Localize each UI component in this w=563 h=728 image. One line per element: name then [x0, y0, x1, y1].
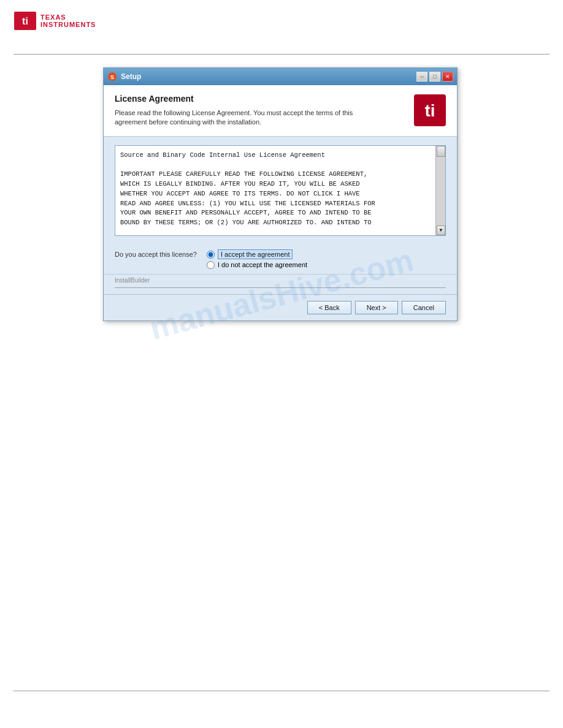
license-line-7: BOUND BY THESE TERMS; OR (2) YOU ARE AUT… [120, 218, 432, 228]
title-bar: S Setup – □ ✕ [104, 68, 457, 85]
radio-accept-item[interactable]: I accept the agreement [207, 251, 307, 259]
scrollbar-thumb[interactable] [437, 146, 445, 157]
radio-accept-label[interactable]: I accept the agreement [218, 251, 293, 258]
svg-text:ti: ti [22, 16, 28, 26]
ti-logo-line2: INSTRUMENTS [40, 21, 96, 28]
title-bar-controls: – □ ✕ [416, 72, 453, 82]
cancel-button[interactable]: Cancel [402, 301, 446, 314]
accept-label-text: I accept the agreement [218, 249, 293, 259]
installbuilder-label: InstallBuilder —————————————————————————… [104, 274, 457, 294]
license-line-3: WHICH IS LEGALLY BINDING. AFTER YOU READ… [120, 180, 432, 189]
back-button[interactable]: < Back [307, 301, 351, 314]
license-line-4: WHETHER YOU ACCEPT AND AGREE TO ITS TERM… [120, 189, 432, 199]
header-description: Please read the following License Agreem… [115, 108, 360, 127]
ti-badge-icon: ti [414, 94, 446, 126]
body-section: Source and Binary Code Internal Use Lice… [104, 137, 457, 245]
svg-text:S: S [110, 74, 114, 80]
setup-window: S Setup – □ ✕ License Agreement Please r… [103, 67, 458, 321]
maximize-button[interactable]: □ [429, 72, 440, 82]
radio-decline-label[interactable]: I do not accept the agreement [218, 261, 307, 268]
license-line-2: IMPORTANT PLEASE CAREFULLY READ THE FOLL… [120, 170, 432, 180]
license-text-box[interactable]: Source and Binary Code Internal Use Lice… [115, 145, 446, 236]
top-divider [13, 54, 550, 55]
radio-question: Do you accept this license? [115, 251, 197, 258]
ti-logo-line1: TEXAS [40, 13, 96, 21]
window-title: Setup [121, 72, 141, 81]
scrollbar-down-arrow[interactable]: ▼ [437, 226, 445, 235]
license-line-1: Source and Binary Code Internal Use Lice… [120, 151, 432, 161]
footer-section: < Back Next > Cancel [104, 294, 457, 320]
ti-logo-icon: ti [13, 11, 37, 31]
ti-logo: ti TEXAS INSTRUMENTS [13, 11, 96, 31]
page-title: License Agreement [115, 94, 360, 104]
next-button[interactable]: Next > [355, 301, 398, 314]
radio-decline-item[interactable]: I do not accept the agreement [207, 261, 307, 269]
svg-text:ti: ti [424, 101, 435, 120]
ti-logo-text: TEXAS INSTRUMENTS [40, 13, 96, 28]
radio-decline[interactable] [207, 261, 215, 269]
close-button[interactable]: ✕ [442, 72, 453, 82]
license-line-5: READ AND AGREE UNLESS: (1) YOU WILL USE … [120, 199, 432, 209]
minimize-button[interactable]: – [416, 72, 427, 82]
license-line-blank [120, 161, 432, 170]
radio-section: Do you accept this license? I accept the… [104, 245, 457, 274]
radio-accept[interactable] [207, 251, 215, 259]
title-bar-left: S Setup [107, 72, 141, 82]
bottom-divider [13, 691, 550, 691]
installbuilder-text: InstallBuilder [115, 277, 150, 284]
installbuilder-dash: ————————————————————————————————————————… [115, 284, 446, 290]
license-line-6: YOUR OWN BENEFIT AND PERSONALLY ACCEPT, … [120, 208, 432, 218]
license-text-content: Source and Binary Code Internal Use Lice… [115, 146, 445, 235]
setup-window-icon: S [107, 72, 117, 82]
license-scrollbar[interactable]: ▼ [435, 146, 445, 235]
header-text: License Agreement Please read the follow… [115, 94, 360, 127]
decline-label-text: I do not accept the agreement [218, 261, 307, 268]
header-section: License Agreement Please read the follow… [104, 85, 457, 137]
